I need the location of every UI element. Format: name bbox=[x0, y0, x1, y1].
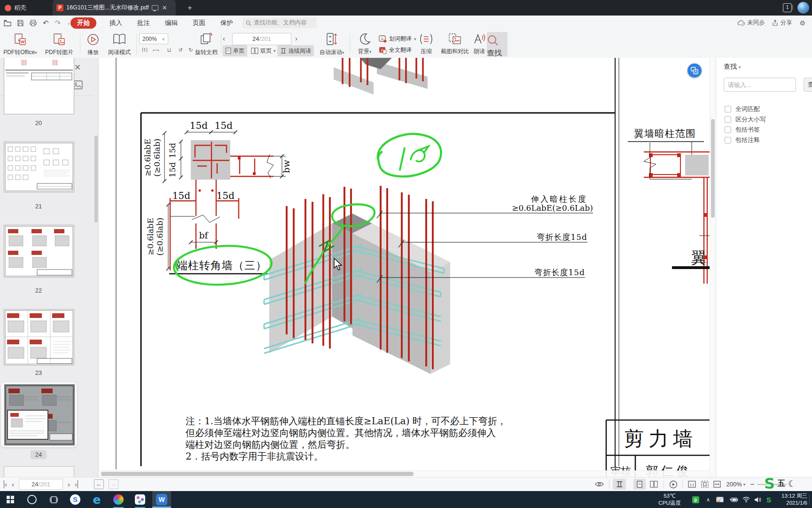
sogou-ime-icon[interactable]: S bbox=[764, 475, 775, 492]
include-comments-checkbox[interactable] bbox=[725, 137, 731, 143]
feature-search-box[interactable]: 查找功能、文档内容 bbox=[242, 17, 317, 28]
single-page-status-button[interactable] bbox=[633, 479, 646, 490]
option-match-case[interactable]: 区分大小写 bbox=[725, 115, 766, 124]
fit-width-status-button[interactable] bbox=[711, 479, 723, 490]
menu-tab-edit[interactable]: 编辑 bbox=[163, 18, 180, 28]
usb-tray-icon[interactable]: ψ bbox=[690, 491, 701, 508]
molecule-app-button[interactable] bbox=[131, 491, 149, 508]
view-forward-button[interactable]: → bbox=[109, 479, 118, 489]
sogou-browser-button[interactable]: S bbox=[66, 491, 85, 508]
share-button[interactable]: 分享 bbox=[772, 19, 792, 27]
background-button[interactable]: 背景▾ bbox=[353, 32, 376, 56]
document-horizontal-scrollbar[interactable] bbox=[99, 470, 710, 477]
user-avatar[interactable] bbox=[797, 2, 809, 14]
photos-app-button[interactable] bbox=[109, 491, 128, 508]
zoom-slider-minus[interactable]: − bbox=[749, 479, 756, 490]
fit-width-button[interactable]: ⊔ bbox=[164, 46, 174, 54]
auto-scroll-button[interactable]: 自动滚动▾ bbox=[318, 32, 346, 56]
undo-icon[interactable]: ↶ bbox=[43, 19, 49, 27]
thumbnail-page-21[interactable] bbox=[4, 142, 74, 192]
option-include-comments[interactable]: 包括注释 bbox=[725, 136, 760, 144]
option-include-bookmarks[interactable]: 包括书签 bbox=[725, 126, 760, 134]
edge-button[interactable]: e bbox=[87, 491, 106, 508]
actual-size-status-button[interactable]: 1:1 bbox=[686, 479, 697, 490]
new-tab-button[interactable]: + bbox=[184, 2, 195, 14]
continuous-mode-status-button[interactable] bbox=[613, 479, 626, 490]
menu-tab-home[interactable]: 开始 bbox=[70, 17, 96, 29]
menu-tab-insert[interactable]: 插入 bbox=[108, 18, 124, 28]
print-icon[interactable] bbox=[30, 20, 37, 26]
pdf-to-image-button[interactable]: PDF转图片 bbox=[41, 33, 77, 56]
rotate-document-button[interactable]: 旋转文档 bbox=[192, 32, 221, 56]
image-translate-fab[interactable] bbox=[687, 64, 702, 78]
double-page-button[interactable]: 双页▾ bbox=[248, 45, 279, 56]
next-page-button[interactable]: › bbox=[295, 34, 297, 42]
taskbar-clock[interactable]: 13:12 周三 2021/1/6 bbox=[776, 491, 807, 508]
zoom-select[interactable]: 200%∨ bbox=[139, 33, 168, 44]
sidebar-scrollbar[interactable] bbox=[94, 135, 98, 222]
wps-app-button[interactable]: W bbox=[152, 491, 171, 508]
actual-size-button[interactable]: ⑴ bbox=[140, 46, 149, 54]
tray-expand-button[interactable]: ∧ bbox=[703, 491, 713, 508]
read-aloud-button[interactable]: 朗读 bbox=[470, 33, 489, 56]
zoom-level-button[interactable]: 200%▾ bbox=[725, 479, 747, 490]
first-page-button[interactable]: ‹ bbox=[4, 480, 7, 488]
tab-close-icon[interactable]: ✕ bbox=[162, 4, 167, 11]
ime-mode-label[interactable]: 五 bbox=[778, 479, 785, 489]
menu-tab-protect[interactable]: 保护 bbox=[219, 18, 235, 28]
single-page-button[interactable]: 单页 bbox=[223, 45, 247, 56]
thumbnail-page-22[interactable] bbox=[4, 225, 74, 278]
vertical-scroll-thumb[interactable] bbox=[711, 119, 715, 218]
save-icon[interactable] bbox=[17, 20, 23, 26]
mail-tray-icon[interactable] bbox=[714, 491, 726, 508]
last-page-button[interactable]: › bbox=[75, 480, 78, 488]
prev-page-status-button[interactable]: ‹ bbox=[12, 480, 14, 488]
volume-tray-icon[interactable] bbox=[752, 491, 763, 508]
menu-tab-page[interactable]: 页面 bbox=[191, 18, 207, 28]
page-number-input[interactable]: 24/201 bbox=[232, 33, 291, 45]
double-page-status-button[interactable] bbox=[648, 479, 660, 490]
screenshot-compare-button[interactable]: 截图和对比 bbox=[436, 33, 474, 56]
prev-page-button[interactable]: ‹ bbox=[223, 34, 225, 42]
window-switch-button[interactable]: 1 bbox=[783, 3, 792, 12]
menu-tab-comment[interactable]: 批注 bbox=[135, 18, 152, 28]
play-button[interactable]: 播放 bbox=[83, 33, 103, 56]
document-viewport[interactable]: 15d 15d ≥0.6labE (≥0.6lab) 15d 15d bw 15… bbox=[99, 58, 716, 477]
thumbnail-page-23[interactable] bbox=[4, 309, 74, 365]
view-back-button[interactable]: ← bbox=[94, 479, 104, 489]
present-monitor-icon[interactable] bbox=[152, 5, 158, 10]
word-translate-button[interactable]: A 划词翻译▾ bbox=[379, 35, 416, 43]
find-submit-button[interactable]: 查找 bbox=[804, 78, 812, 92]
power-tray-icon[interactable] bbox=[727, 491, 740, 508]
option-whole-word[interactable]: 全词匹配 bbox=[725, 105, 760, 113]
compress-button[interactable]: 压缩 bbox=[416, 33, 436, 56]
wifi-tray-icon[interactable] bbox=[741, 491, 752, 508]
sogou-tray-icon[interactable]: S bbox=[763, 491, 774, 508]
rotate-left-button[interactable]: ↺ bbox=[176, 46, 185, 54]
task-view-button[interactable] bbox=[44, 491, 63, 508]
open-file-icon[interactable] bbox=[4, 20, 11, 26]
match-case-checkbox[interactable] bbox=[725, 116, 731, 123]
eye-protect-button[interactable] bbox=[593, 479, 605, 490]
include-bookmarks-checkbox[interactable] bbox=[725, 127, 731, 133]
thumbnail-page-24-selected[interactable] bbox=[1, 382, 77, 447]
start-button[interactable] bbox=[1, 491, 20, 508]
document-vertical-scrollbar[interactable] bbox=[710, 58, 716, 477]
whole-word-checkbox[interactable] bbox=[725, 106, 731, 112]
full-translate-button[interactable]: A 全文翻译 bbox=[379, 46, 412, 54]
redo-icon[interactable]: ↷ bbox=[55, 19, 61, 27]
show-desktop-button[interactable] bbox=[809, 494, 810, 505]
document-tab[interactable]: P 16G101三维图...无水印修改.pdf ✕ bbox=[53, 0, 176, 16]
read-mode-button[interactable]: 阅读模式 bbox=[104, 33, 134, 56]
cortana-button[interactable] bbox=[23, 491, 41, 508]
find-button[interactable]: 查找 bbox=[487, 32, 508, 56]
continuous-read-button[interactable]: 连续阅读 bbox=[277, 45, 314, 56]
ime-moon-icon[interactable]: ☾ bbox=[788, 478, 796, 489]
thumbnail-page-25-partial[interactable] bbox=[4, 466, 74, 477]
fit-page-status-button[interactable] bbox=[699, 479, 710, 490]
pdf-to-office-button[interactable]: W PDF转Office▾ bbox=[1, 33, 39, 56]
find-panel-title[interactable]: 查找 ▾ bbox=[724, 63, 741, 71]
sync-status[interactable]: 未同步 bbox=[737, 19, 765, 27]
fit-page-button[interactable]: ⌐¬ bbox=[151, 46, 161, 54]
slideshow-button[interactable] bbox=[667, 479, 679, 490]
